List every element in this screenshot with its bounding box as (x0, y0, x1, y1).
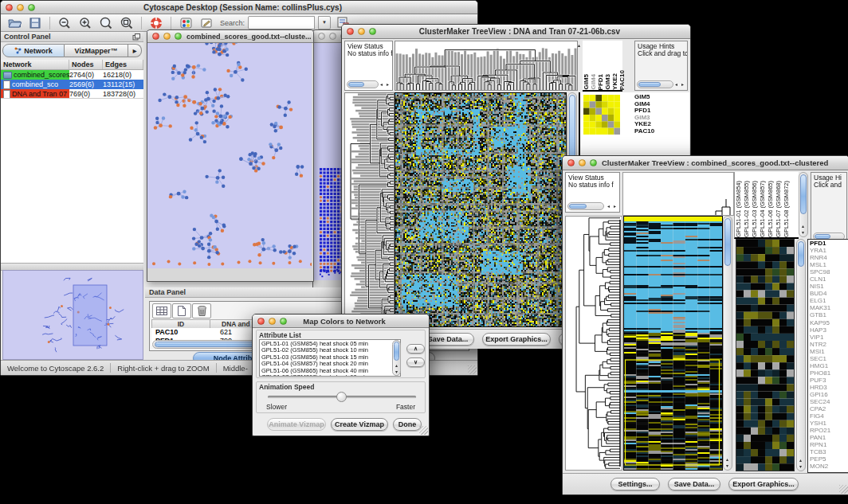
tv1-row-dendrogram-canvas[interactable] (344, 92, 395, 327)
tv1-status-hscrollbar[interactable] (347, 80, 379, 88)
scroll-up-icon[interactable]: ▴ (724, 456, 731, 463)
scroll-down-icon[interactable]: ▾ (724, 463, 731, 469)
zoom-fit-button[interactable] (97, 16, 115, 30)
dialog-titlebar[interactable]: Map Colors to Network (253, 315, 429, 328)
gene-label[interactable]: PEP5 (810, 455, 848, 463)
minimize-icon[interactable] (358, 28, 365, 35)
treeview1-titlebar[interactable]: ClusterMaker TreeView : DNA and Tran 07-… (342, 25, 690, 39)
gene-label[interactable]: PUF3 (810, 377, 848, 384)
close-icon[interactable] (152, 33, 159, 40)
network-window-1[interactable]: combined_scores_good.txt--cluste... (147, 29, 314, 282)
dialog-resize-grip[interactable] (419, 426, 428, 435)
move-down-button[interactable]: ∨ (406, 357, 425, 367)
scroll-right-icon[interactable]: ▸ (611, 203, 618, 209)
array-column-label[interactable]: GPL51-04 (GSM857) (759, 181, 767, 237)
gene-label[interactable]: SEC24 (810, 398, 848, 405)
network-window-1-titlebar[interactable]: combined_scores_good.txt--cluste... (147, 30, 313, 43)
scrollbar-thumb[interactable] (348, 82, 364, 87)
gene-label[interactable]: PAN1 (810, 434, 848, 441)
tv2-zoom-panel-canvas[interactable] (736, 239, 795, 471)
zoom-selected-button[interactable] (118, 16, 135, 30)
gene-label[interactable]: GPI16 (810, 391, 848, 398)
float-panel-icon[interactable] (132, 33, 140, 41)
network-row[interactable]: combined_scores 2764(0) 16218(0) (1, 70, 143, 80)
network-navigator-canvas[interactable] (2, 270, 143, 360)
network-row[interactable]: combined_sco 2569(6) 13112(15) (1, 80, 143, 89)
tv2-heatmap-vscrollbar[interactable]: ▴ ▾ (723, 216, 732, 471)
minimize-icon[interactable] (579, 159, 586, 166)
tv1-export-graphics-button[interactable]: Export Graphics... (482, 333, 551, 346)
gene-label[interactable]: MSI1 (810, 348, 848, 355)
tv2-status-hscrollbar[interactable] (567, 202, 604, 210)
array-column-label[interactable]: GPL51-07 (GSM868) (775, 181, 783, 237)
network-view-1-canvas[interactable] (147, 31, 312, 268)
array-column-label[interactable]: GIM3 (604, 74, 611, 90)
gene-label[interactable]: PHO81 (810, 369, 848, 377)
gene-label[interactable]: YSH1 (810, 420, 848, 427)
scroll-right-icon[interactable]: ▸ (679, 81, 686, 88)
attribute-list-item[interactable]: GPL51-07 (GSM868) heat shock 60 min (261, 374, 400, 377)
done-button[interactable]: Done (393, 418, 422, 431)
gene-label[interactable]: CPA2 (810, 405, 848, 412)
array-column-label[interactable]: GPL51-08 (GSM872) (783, 181, 791, 237)
gene-label[interactable]: MSL1 (810, 261, 848, 268)
minimize-icon[interactable] (163, 33, 171, 40)
scrollbar-thumb[interactable] (394, 342, 399, 361)
gene-label[interactable]: RPO21 (810, 427, 848, 434)
gene-label[interactable]: KAP95 (810, 319, 848, 326)
minimize-icon[interactable] (329, 33, 336, 40)
gene-label[interactable]: VIP1 (810, 334, 848, 341)
close-icon[interactable] (567, 159, 575, 166)
move-up-button[interactable]: ∧ (406, 344, 425, 354)
zoom-out-button[interactable] (56, 16, 73, 30)
tv1-heatmap-canvas[interactable] (395, 92, 567, 327)
array-column-label[interactable]: GPL51-03 (GSM856) (751, 181, 759, 237)
open-session-button[interactable] (6, 16, 23, 30)
close-icon[interactable] (318, 33, 325, 40)
gene-label[interactable]: ELG1 (810, 297, 848, 304)
zoom-window-icon[interactable] (175, 33, 182, 40)
minimize-icon[interactable] (269, 318, 276, 325)
gene-label[interactable]: FIG4 (810, 412, 848, 420)
gene-label[interactable]: TCB3 (810, 448, 848, 455)
close-icon[interactable] (6, 4, 13, 11)
scroll-down-icon[interactable]: ▾ (799, 229, 807, 236)
array-column-label[interactable]: PAC10 (618, 70, 626, 90)
gene-label[interactable]: NTR2 (810, 341, 848, 348)
create-vizmap-button[interactable]: Create Vizmap (331, 418, 388, 431)
array-column-label[interactable]: YKE2 (611, 73, 618, 90)
scroll-down-icon[interactable]: ▾ (797, 463, 804, 470)
gene-label[interactable]: HAP3 (810, 326, 848, 334)
scroll-up-icon[interactable]: ▴ (393, 362, 400, 369)
col-network[interactable]: Network (1, 60, 69, 69)
table-grid-icon[interactable] (152, 303, 171, 318)
tv1-hints-hscrollbar[interactable] (637, 80, 673, 88)
gene-label[interactable]: SEC1 (810, 355, 848, 362)
zoom-window-icon[interactable] (369, 28, 376, 35)
array-column-label[interactable]: GIM4 (590, 74, 597, 90)
search-input[interactable] (248, 16, 315, 29)
gene-label[interactable]: PFD1 (810, 240, 848, 247)
gene-label[interactable]: MAK31 (810, 304, 848, 311)
tv1-column-dendrogram-canvas[interactable] (395, 41, 578, 91)
gene-label[interactable]: CLN1 (810, 275, 848, 283)
attribute-list-vscrollbar[interactable]: ▴ ▾ (392, 340, 401, 376)
gene-label[interactable]: SPC98 (810, 268, 848, 275)
close-icon[interactable] (347, 28, 354, 35)
tv2-heatmap-canvas[interactable] (623, 216, 723, 471)
delete-attribute-trash-icon[interactable] (192, 303, 211, 318)
speed-slider-thumb[interactable] (336, 392, 347, 402)
col-edges[interactable]: Edges (103, 60, 143, 69)
scroll-up-icon[interactable]: ▴ (797, 457, 804, 463)
array-column-label[interactable]: GPL51-02 (GSM855) (743, 181, 751, 237)
array-column-label[interactable]: PFD1 (597, 74, 604, 90)
tv2-row-dendrogram-canvas[interactable] (565, 216, 622, 471)
gene-label[interactable]: BUD4 (810, 290, 848, 297)
zoom-window-icon[interactable] (28, 4, 35, 11)
scrollbar-thumb[interactable] (638, 82, 661, 87)
save-session-button[interactable] (26, 16, 44, 30)
array-column-label[interactable]: GPL51-06 (GSM865) (767, 181, 775, 237)
gene-row-label[interactable]: PAC10 (634, 128, 654, 135)
tv1-mini-heatmap-canvas[interactable] (583, 95, 620, 135)
tab-vizmapper[interactable]: VizMapper™ (65, 44, 128, 57)
